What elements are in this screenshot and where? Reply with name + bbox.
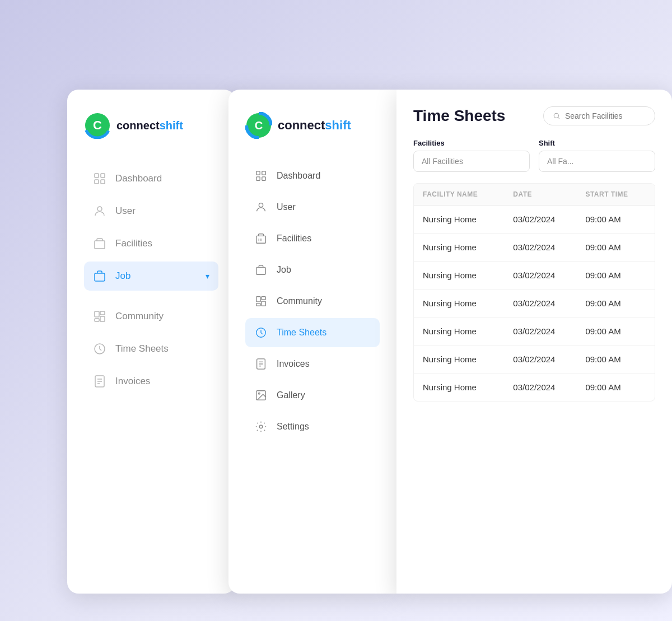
grid-icon — [93, 172, 106, 185]
logo-icon-back: C — [84, 112, 111, 139]
facilities-filter-label: Facilities — [413, 139, 530, 147]
svg-point-7 — [97, 207, 102, 211]
main-header: Time Sheets — [413, 106, 655, 125]
svg-rect-6 — [101, 180, 105, 184]
invoices-label: Invoices — [277, 359, 310, 369]
table-row[interactable]: Nursing Home 03/02/2024 09:00 AM — [414, 345, 655, 373]
col-start-time: START TIME — [585, 190, 646, 198]
svg-rect-5 — [95, 180, 99, 184]
sidebar-item-timesheets[interactable]: Time Sheets — [245, 318, 380, 347]
back-logo-text: connectshift — [116, 119, 183, 132]
cell-facility: Nursing Home — [423, 298, 513, 308]
cell-date: 03/02/2024 — [513, 354, 585, 364]
table-row[interactable]: Nursing Home 03/02/2024 09:00 AM — [414, 317, 655, 345]
building-icon-back — [93, 237, 106, 250]
svg-rect-33 — [256, 297, 260, 302]
cell-start-time: 09:00 AM — [585, 354, 646, 364]
search-input[interactable] — [565, 111, 646, 120]
sidebar-item-job[interactable]: Job — [245, 255, 380, 284]
sidebar-back-item-user[interactable]: User — [84, 197, 218, 226]
community-label: Community — [277, 296, 322, 306]
table-row[interactable]: Nursing Home 03/02/2024 09:00 AM — [414, 206, 655, 234]
cell-facility: Nursing Home — [423, 270, 513, 280]
invoice-icon-back — [93, 375, 106, 388]
dashboard-icon — [254, 169, 268, 183]
sidebar-item-settings[interactable]: Settings — [245, 412, 380, 441]
settings-icon — [254, 420, 268, 433]
svg-rect-8 — [95, 241, 105, 249]
cell-start-time: 09:00 AM — [585, 270, 646, 280]
sidebar-item-gallery[interactable]: Gallery — [245, 381, 380, 410]
filters-row: Facilities All Facilities Shift All Fa..… — [413, 139, 655, 172]
back-community-label: Community — [115, 311, 164, 322]
sidebar-item-community[interactable]: Community — [245, 287, 380, 316]
svg-rect-25 — [262, 171, 265, 175]
svg-text:C: C — [255, 119, 263, 132]
facilities-filter-select[interactable]: All Facilities — [413, 151, 530, 172]
sidebar-back-item-facilities[interactable]: Facilities — [84, 229, 218, 258]
svg-rect-15 — [95, 319, 99, 321]
user-label: User — [277, 202, 296, 212]
svg-rect-34 — [262, 297, 265, 300]
cell-facility: Nursing Home — [423, 354, 513, 364]
timesheets-label: Time Sheets — [277, 328, 326, 338]
facilities-filter-group: Facilities All Facilities — [413, 139, 530, 172]
back-job-label: Job — [115, 270, 130, 282]
svg-rect-12 — [95, 273, 105, 281]
gallery-label: Gallery — [277, 390, 305, 400]
clock-icon-back — [93, 342, 106, 356]
cell-facility: Nursing Home — [423, 382, 513, 392]
building-icon — [254, 232, 268, 245]
table-row[interactable]: Nursing Home 03/02/2024 09:00 AM — [414, 290, 655, 317]
shift-filter-select[interactable]: All Fa... — [539, 151, 655, 172]
cell-start-time: 09:00 AM — [585, 326, 646, 336]
timesheets-table: FACILITY NAME DATE START TIME Nursing Ho… — [413, 183, 655, 401]
table-body: Nursing Home 03/02/2024 09:00 AM Nursing… — [414, 206, 655, 401]
back-facilities-label: Facilities — [115, 238, 152, 249]
cell-start-time: 09:00 AM — [585, 214, 646, 224]
back-invoices-label: Invoices — [115, 376, 150, 387]
col-date: DATE — [513, 190, 585, 198]
svg-rect-13 — [95, 311, 99, 317]
job-icon-back — [93, 269, 106, 283]
cell-date: 03/02/2024 — [513, 382, 585, 392]
settings-label: Settings — [277, 422, 309, 432]
cell-facility: Nursing Home — [423, 326, 513, 336]
cell-date: 03/02/2024 — [513, 298, 585, 308]
job-label: Job — [277, 265, 291, 275]
back-user-label: User — [115, 206, 136, 217]
svg-text:C: C — [93, 118, 102, 132]
svg-point-43 — [258, 393, 260, 394]
sidebar-back-item-invoices[interactable]: Invoices — [84, 367, 218, 396]
svg-point-28 — [259, 203, 263, 207]
front-sidebar-logo: C connectshift — [245, 112, 380, 139]
sidebar-item-user[interactable]: User — [245, 193, 380, 222]
sidebar-item-dashboard[interactable]: Dashboard — [245, 161, 380, 190]
table-row[interactable]: Nursing Home 03/02/2024 09:00 AM — [414, 373, 655, 401]
invoice-icon — [254, 357, 268, 371]
svg-rect-27 — [262, 177, 265, 180]
svg-rect-4 — [101, 174, 105, 178]
table-row[interactable]: Nursing Home 03/02/2024 09:00 AM — [414, 234, 655, 262]
svg-rect-36 — [262, 301, 265, 306]
job-icon — [254, 263, 268, 277]
search-box[interactable] — [543, 106, 655, 125]
svg-rect-24 — [256, 171, 260, 175]
svg-rect-16 — [100, 316, 105, 321]
sidebar-back-item-timesheets[interactable]: Time Sheets — [84, 334, 218, 363]
cell-start-time: 09:00 AM — [585, 298, 646, 308]
main-panel: Time Sheets Facilities All Facilities Sh… — [396, 90, 672, 594]
community-icon — [254, 295, 268, 308]
community-icon-back — [93, 310, 106, 323]
job-chevron-icon: ▾ — [206, 272, 209, 281]
table-row[interactable]: Nursing Home 03/02/2024 09:00 AM — [414, 262, 655, 290]
sidebar-item-facilities[interactable]: Facilities — [245, 224, 380, 253]
cell-start-time: 09:00 AM — [585, 382, 646, 392]
sidebar-back-item-dashboard[interactable]: Dashboard — [84, 164, 218, 193]
sidebar-back-item-job[interactable]: Job ▾ — [84, 262, 218, 291]
sidebar-item-invoices[interactable]: Invoices — [245, 349, 380, 379]
back-sidebar-logo: C connectshift — [84, 112, 218, 139]
table-header: FACILITY NAME DATE START TIME — [414, 184, 655, 206]
front-sidebar: C connectshift Dashboard User F — [228, 90, 396, 594]
sidebar-back-item-community[interactable]: Community — [84, 302, 218, 331]
